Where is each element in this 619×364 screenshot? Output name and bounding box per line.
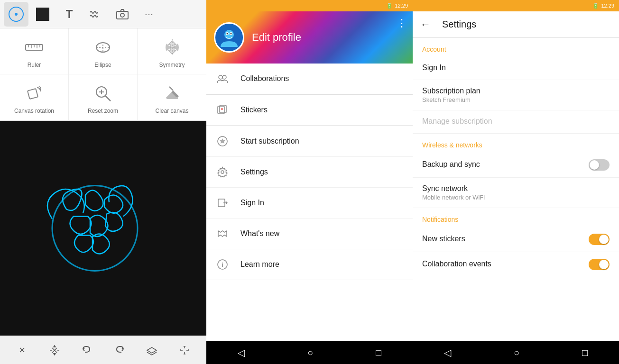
collaboration-events-setting[interactable]: Collaboration events bbox=[413, 252, 619, 277]
sign-in-setting[interactable]: Sign In bbox=[413, 57, 619, 80]
redo-btn[interactable] bbox=[109, 340, 130, 361]
svg-point-1 bbox=[120, 13, 124, 17]
svg-point-24 bbox=[219, 75, 222, 79]
stickers-label: Stickers bbox=[240, 106, 268, 114]
canvas-rotation-tool[interactable]: Canvas rotation bbox=[0, 74, 69, 120]
svg-point-18 bbox=[52, 186, 138, 271]
reset-zoom-tool[interactable]: Reset zoom bbox=[69, 74, 138, 120]
sign-in-icon bbox=[216, 196, 229, 209]
undo-btn[interactable] bbox=[76, 340, 97, 361]
whats-new-label: What's new bbox=[240, 229, 279, 238]
subscription-plan-setting[interactable]: Subscription plan Sketch Freemium bbox=[413, 80, 619, 110]
canvas-rotation-icon bbox=[23, 82, 46, 105]
move-btn[interactable] bbox=[44, 340, 65, 361]
drawing-panel: T ··· bbox=[0, 0, 206, 364]
collaboration-events-toggle[interactable] bbox=[589, 259, 610, 270]
settings-panel: 🔋 12:29 ← Settings Account Sign In Subsc… bbox=[413, 0, 619, 364]
subscription-icon bbox=[216, 135, 229, 148]
status-bar: 🔋 12:29 bbox=[206, 0, 413, 11]
svg-rect-12 bbox=[28, 89, 38, 99]
settings-label: Settings bbox=[240, 168, 268, 176]
close-btn[interactable]: ✕ bbox=[11, 340, 32, 361]
resize-btn[interactable] bbox=[174, 340, 195, 361]
menu-item-settings[interactable]: Settings bbox=[206, 157, 413, 188]
reset-zoom-label: Reset zoom bbox=[88, 108, 118, 114]
settings-back-btn[interactable]: ← bbox=[416, 15, 434, 35]
menu-item-whats-new[interactable]: What's new bbox=[206, 218, 413, 249]
svg-point-30 bbox=[221, 171, 224, 173]
settings-battery-icon: 🔋 bbox=[592, 3, 599, 9]
symmetry-icon bbox=[161, 36, 184, 59]
notifications-section-label: Notifications bbox=[413, 208, 619, 227]
menu-item-collaborations[interactable]: Collaborations bbox=[206, 64, 413, 94]
ruler-label: Ruler bbox=[28, 62, 41, 68]
color-btn[interactable] bbox=[30, 2, 55, 27]
sync-network-setting[interactable]: Sync network Mobile network or WiFi bbox=[413, 178, 619, 208]
subscription-plan-subtitle: Sketch Freemium bbox=[422, 96, 610, 103]
subscription-plan-title: Subscription plan bbox=[422, 87, 610, 95]
account-section: Account Sign In Subscription plan Sketch… bbox=[413, 38, 619, 134]
settings-time-display: 12:29 bbox=[601, 3, 614, 9]
canvas-area[interactable] bbox=[0, 121, 206, 336]
svg-rect-0 bbox=[117, 11, 128, 19]
clear-canvas-tool[interactable]: Clear canvas bbox=[138, 74, 206, 120]
profile-header[interactable]: Edit profile ⋮ bbox=[206, 11, 413, 64]
manage-subscription-setting[interactable]: Manage subscription bbox=[413, 110, 619, 134]
svg-point-28 bbox=[221, 108, 223, 110]
new-stickers-setting[interactable]: New stickers bbox=[413, 227, 619, 252]
drawing-bottom-bar: ✕ bbox=[0, 336, 206, 364]
settings-icon bbox=[216, 165, 229, 179]
settings-status-icons: 🔋 12:29 bbox=[592, 3, 614, 9]
menu-item-start-subscription[interactable]: Start subscription bbox=[206, 126, 413, 157]
time-display: 12:29 bbox=[395, 3, 408, 9]
effects-btn[interactable] bbox=[83, 2, 108, 27]
text-tool-btn[interactable]: T bbox=[57, 2, 82, 27]
brush-tool-btn[interactable] bbox=[4, 2, 28, 27]
backup-sync-toggle[interactable] bbox=[589, 159, 610, 171]
settings-recent-nav-btn[interactable]: □ bbox=[574, 344, 595, 362]
home-nav-btn[interactable]: ○ bbox=[300, 344, 321, 362]
layers-btn[interactable] bbox=[141, 340, 162, 361]
ruler-tool[interactable]: Ruler bbox=[0, 28, 69, 74]
collaboration-events-title: Collaboration events bbox=[422, 260, 491, 268]
settings-back-nav-btn[interactable]: ◁ bbox=[436, 343, 459, 362]
sync-network-subtitle: Mobile network or WiFi bbox=[422, 194, 610, 201]
svg-rect-17 bbox=[166, 97, 178, 99]
menu-item-stickers[interactable]: Stickers bbox=[206, 95, 413, 126]
svg-point-22 bbox=[227, 33, 228, 35]
notifications-section: Notifications New stickers Collaboration… bbox=[413, 208, 619, 277]
settings-bottom-nav-bar: ◁ ○ □ bbox=[413, 341, 619, 364]
menu-item-learn-more[interactable]: i Learn more bbox=[206, 249, 413, 280]
new-stickers-toggle[interactable] bbox=[589, 234, 610, 245]
sign-in-label: Sign In bbox=[240, 199, 264, 207]
clear-canvas-icon bbox=[161, 82, 184, 105]
symmetry-tool[interactable]: Symmetry bbox=[138, 28, 206, 74]
clear-canvas-label: Clear canvas bbox=[155, 108, 188, 114]
sync-network-title: Sync network bbox=[422, 184, 610, 193]
profile-title[interactable]: Edit profile bbox=[252, 31, 301, 44]
ruler-icon bbox=[23, 36, 46, 59]
recent-nav-btn[interactable]: □ bbox=[368, 344, 389, 362]
svg-point-19 bbox=[224, 30, 234, 39]
svg-point-25 bbox=[222, 75, 226, 79]
learn-more-label: Learn more bbox=[240, 260, 279, 269]
settings-home-nav-btn[interactable]: ○ bbox=[506, 344, 527, 362]
ellipse-icon bbox=[92, 36, 114, 59]
more-options-btn[interactable]: ⋮ bbox=[397, 17, 407, 29]
backup-sync-setting[interactable]: Backup and sync bbox=[413, 153, 619, 178]
manage-subscription-title: Manage subscription bbox=[422, 117, 610, 126]
ellipse-tool[interactable]: Ellipse bbox=[69, 28, 138, 74]
profile-avatar[interactable] bbox=[214, 22, 244, 53]
reset-zoom-icon bbox=[92, 82, 114, 105]
ellipse-label: Ellipse bbox=[94, 62, 111, 68]
settings-status-bar: 🔋 12:29 bbox=[413, 0, 619, 11]
more-tools-btn[interactable]: ··· bbox=[137, 2, 161, 27]
camera-btn[interactable] bbox=[110, 2, 135, 27]
menu-item-sign-in[interactable]: Sign In bbox=[206, 188, 413, 218]
back-nav-btn[interactable]: ◁ bbox=[230, 343, 252, 362]
settings-title: Settings bbox=[442, 19, 476, 30]
canvas-rotation-label: Canvas rotation bbox=[14, 108, 54, 114]
learn-more-icon: i bbox=[216, 258, 229, 271]
start-subscription-label: Start subscription bbox=[240, 137, 299, 146]
wireless-section-label: Wireless & networks bbox=[413, 134, 619, 153]
